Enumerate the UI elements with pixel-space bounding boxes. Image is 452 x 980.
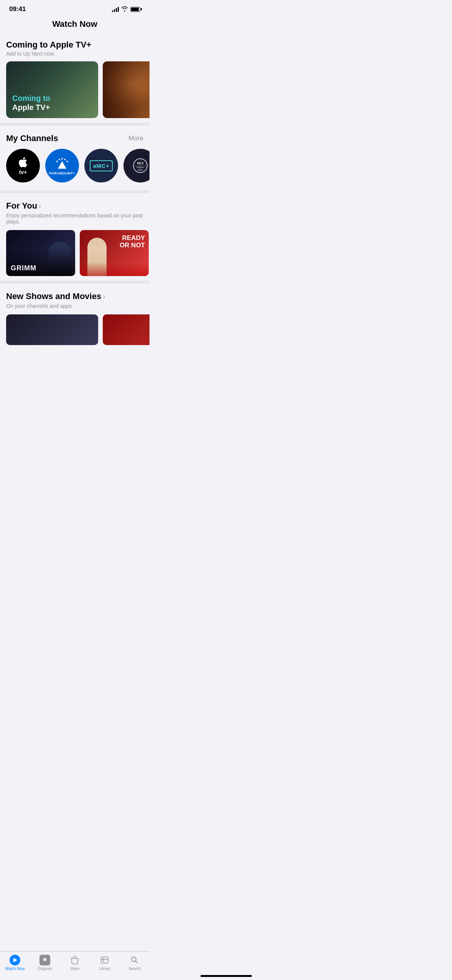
battery-icon <box>130 7 140 12</box>
svg-point-2 <box>66 161 68 162</box>
channel-mls[interactable]: MLS Season Pass <box>123 149 150 183</box>
new-shows-section: New Shows and Movies › On your channels … <box>0 285 150 348</box>
ready-or-not-title: READYOR NOT <box>120 235 145 249</box>
for-you-chevron-icon[interactable]: › <box>39 202 41 210</box>
for-you-section: For You › Enjoy personalized recommendat… <box>0 195 150 279</box>
coming-card-2[interactable]: FL In Theaters <box>103 61 150 118</box>
svg-point-4 <box>56 161 58 162</box>
svg-point-1 <box>64 159 66 160</box>
coming-section-title: Coming to Apple TV+ <box>6 40 150 50</box>
coming-cards-scroll[interactable]: Coming to Apple TV+ FL In Theaters <box>6 61 150 118</box>
section-divider-3 <box>0 281 150 284</box>
svg-point-0 <box>61 158 63 159</box>
svg-text:Pass: Pass <box>138 169 143 171</box>
page-header: Watch Now <box>0 16 150 34</box>
new-shows-title[interactable]: New Shows and Movies <box>6 291 101 301</box>
page-title: Watch Now <box>6 19 143 29</box>
coming-to-appletv-section: Coming to Apple TV+ Add to Up Next now. … <box>0 34 150 121</box>
wifi-icon <box>121 6 128 13</box>
for-you-description: Enjoy personalized recommendations based… <box>6 212 150 225</box>
amc-logo: aMC+ <box>90 160 113 171</box>
channels-scroll[interactable]: tv+ <box>6 149 150 183</box>
status-bar: 09:41 <box>0 0 150 16</box>
channel-paramount[interactable]: PARAMOUNT+ <box>45 149 79 183</box>
new-show-card-2[interactable] <box>103 314 150 345</box>
svg-text:MLS: MLS <box>137 161 144 165</box>
coming-card-1-title: Coming to Apple TV+ <box>12 94 50 112</box>
status-icons <box>112 6 140 13</box>
show-card-grimm[interactable]: GRIMM <box>6 230 75 276</box>
channels-more-link[interactable]: More <box>128 135 143 142</box>
grimm-title: GRIMM <box>11 264 36 272</box>
new-shows-cards-scroll[interactable] <box>6 314 150 345</box>
coming-card-1[interactable]: Coming to Apple TV+ <box>6 61 98 118</box>
for-you-title[interactable]: For You <box>6 201 37 211</box>
svg-point-3 <box>59 159 60 160</box>
my-channels-section: My Channels More tv+ <box>0 127 150 189</box>
section-divider-1 <box>0 123 150 126</box>
for-you-cards-scroll[interactable]: GRIMM READYOR NOT <box>6 230 150 276</box>
section-divider-2 <box>0 190 150 193</box>
channel-appletv[interactable]: tv+ <box>6 149 40 183</box>
new-shows-description: On your channels and apps. <box>6 303 150 309</box>
coming-section-subtitle: Add to Up Next now. <box>6 51 150 57</box>
new-shows-chevron-icon[interactable]: › <box>103 293 105 301</box>
new-show-card-1[interactable] <box>6 314 98 345</box>
signal-icon <box>112 7 119 12</box>
status-time: 09:41 <box>9 5 26 13</box>
channel-amc[interactable]: aMC+ <box>84 149 118 183</box>
show-card-ready-or-not[interactable]: READYOR NOT <box>80 230 149 276</box>
channels-title: My Channels <box>6 133 58 143</box>
svg-text:Season: Season <box>136 166 144 168</box>
